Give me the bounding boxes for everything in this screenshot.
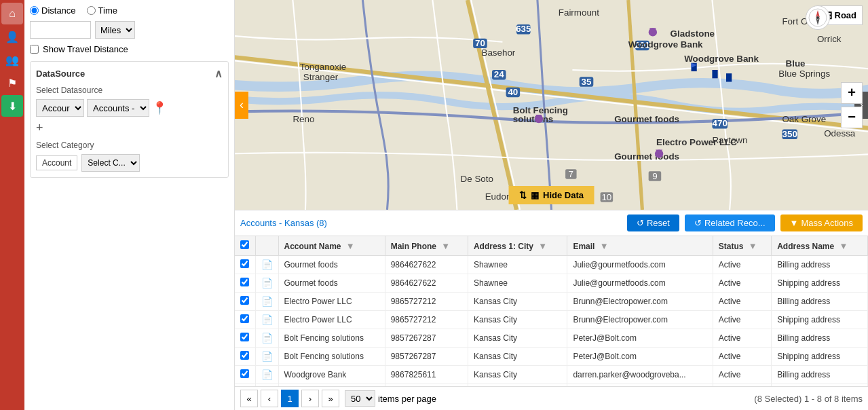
row-city: Kansas City [468, 329, 567, 348]
row-checkbox-5[interactable] [240, 351, 249, 360]
map-compass-btn[interactable] [806, 5, 830, 30]
select-all-checkbox[interactable] [240, 240, 249, 249]
header-address-name[interactable]: Address Name ▼ [772, 236, 868, 256]
datasource-collapse-btn[interactable]: ∧ [214, 67, 223, 80]
row-address-name: Billing address [772, 329, 868, 348]
row-account-name[interactable]: Bolt Fencing solutions [278, 329, 385, 348]
row-status: Active [713, 256, 771, 274]
row-checkbox-cell [235, 366, 255, 384]
zoom-out-btn[interactable]: − [841, 107, 863, 128]
row-checkbox-cell [235, 348, 255, 366]
header-account-name[interactable]: Account Name ▼ [278, 236, 385, 256]
row-record-icon[interactable]: 📄 [261, 333, 273, 343]
row-checkbox-3[interactable] [240, 314, 249, 323]
row-account-name[interactable]: Gourmet foods [278, 256, 385, 274]
sort-address-name-icon: ▼ [839, 241, 848, 251]
svg-text:Oak Grove: Oak Grove [782, 114, 826, 124]
header-main-phone[interactable]: Main Phone ▼ [385, 236, 468, 256]
header-status[interactable]: Status ▼ [713, 236, 771, 256]
table-header-row: Account Name ▼ Main Phone ▼ Address 1: C… [235, 236, 868, 256]
row-record-icon[interactable]: 📄 [261, 314, 273, 325]
account-type-select[interactable]: Accour [36, 99, 84, 117]
time-radio[interactable] [87, 6, 96, 15]
row-city: Kansas City [468, 348, 567, 366]
first-page-btn[interactable]: « [240, 390, 258, 407]
table-row: 📄 Bolt Fencing solutions 9857267287 Kans… [235, 348, 868, 366]
time-radio-label[interactable]: Time [87, 5, 117, 16]
reset-label: Reset [647, 218, 670, 228]
icon-sidebar: ⌂ 👤 👥 ⚑ ⬇ [0, 0, 24, 410]
svg-text:Gourmet foods: Gourmet foods [614, 114, 679, 124]
row-record-icon[interactable]: 📄 [261, 278, 273, 288]
row-account-name[interactable]: Electro Power LLC [278, 293, 385, 311]
last-page-btn[interactable]: » [322, 390, 339, 407]
row-checkbox-6[interactable] [240, 369, 249, 378]
row-checkbox-2[interactable] [240, 296, 249, 305]
zoom-in-btn[interactable]: + [841, 82, 863, 104]
items-per-page-select[interactable]: 50 [345, 390, 375, 407]
person-icon-btn[interactable]: 👤 [1, 26, 23, 48]
prev-page-btn[interactable]: ‹ [261, 390, 278, 407]
table-row: 📄 Gourmet foods 9864627622 Shawnee Julie… [235, 274, 868, 293]
map-container: 70 35 291 635 24 40 470 350 7 10 [235, 0, 868, 210]
header-city[interactable]: Address 1: City ▼ [468, 236, 567, 256]
row-checkbox-0[interactable] [240, 259, 249, 268]
flag-icon-btn[interactable]: ⚑ [1, 72, 23, 94]
table-row: 📄 Electro Power LLC 9865727212 Kansas Ci… [235, 293, 868, 311]
add-datasource-btn[interactable]: + [36, 121, 43, 135]
row-account-name[interactable]: Bolt Fencing solutions [278, 348, 385, 366]
items-label: items per page [378, 394, 436, 404]
row-checkbox-cell [235, 311, 255, 329]
row-checkbox-1[interactable] [240, 278, 249, 286]
row-checkbox-cell [235, 293, 255, 311]
download-icon-btn[interactable]: ⬇ [1, 95, 23, 117]
row-checkbox-cell [235, 256, 255, 274]
results-label: Accounts - Kansas (8) [240, 218, 622, 228]
account-category-label: Account [36, 155, 77, 170]
next-page-btn[interactable]: › [301, 390, 319, 407]
page-1-btn[interactable]: 1 [281, 390, 299, 407]
related-records-btn[interactable]: ↺ Related Reco... [685, 215, 775, 231]
row-address-name: Billing address [772, 256, 868, 274]
map-nav-left-btn[interactable]: ‹ [235, 92, 248, 119]
distance-radio[interactable] [30, 6, 39, 15]
hide-data-btn[interactable]: ⇅ ▦ Hide Data [508, 186, 595, 204]
distance-radio-label[interactable]: Distance [30, 5, 76, 16]
sort-main-phone-icon: ▼ [441, 241, 450, 251]
mass-icon: ▼ [790, 218, 799, 228]
related-label: Related Reco... [704, 218, 766, 228]
bottom-toolbar: Accounts - Kansas (8) ↺ Reset ↺ Related … [235, 210, 868, 236]
row-record-icon[interactable]: 📄 [261, 351, 273, 362]
header-email[interactable]: Email ▼ [567, 236, 713, 256]
pin-icon[interactable]: 📍 [152, 100, 167, 115]
distance-input[interactable] [30, 21, 91, 39]
data-table-wrap: Account Name ▼ Main Phone ▼ Address 1: C… [235, 236, 868, 386]
select-datasource-label: Select Datasource [36, 86, 223, 95]
travel-distance-checkbox[interactable] [30, 45, 39, 54]
datasource-header: DataSource ∧ [36, 67, 223, 80]
sort-account-name-icon: ▼ [346, 241, 355, 251]
row-account-name[interactable]: Woodgrove Bank [278, 366, 385, 384]
hide-data-label: Hide Data [543, 190, 584, 200]
row-account-name[interactable]: Gourmet foods [278, 274, 385, 293]
datasource-section: DataSource ∧ Select Datasource Accour Ac… [30, 61, 229, 178]
row-status: Active [713, 366, 771, 384]
category-select[interactable]: Select C... [81, 154, 140, 172]
row-record-icon[interactable]: 📄 [261, 369, 273, 380]
grid-icon: ▦ [531, 190, 539, 200]
miles-select[interactable]: Miles [95, 21, 135, 39]
home-icon-btn[interactable]: ⌂ [1, 3, 23, 24]
group-icon-btn[interactable]: 👥 [1, 49, 23, 71]
accounts-select[interactable]: Accounts - [87, 99, 149, 117]
row-status: Active [713, 329, 771, 348]
svg-text:Woodgrove Bank: Woodgrove Bank [684, 54, 759, 64]
row-account-name[interactable]: Electro Power LLC [278, 311, 385, 329]
items-per-page: 50 items per page [345, 390, 436, 407]
row-checkbox-4[interactable] [240, 333, 249, 341]
row-record-icon[interactable]: 📄 [261, 259, 273, 270]
table-row: 📄 Bolt Fencing solutions 9857267287 Kans… [235, 329, 868, 348]
row-record-icon[interactable]: 📄 [261, 296, 273, 307]
row-address-name: Shipping address [772, 274, 868, 293]
reset-btn[interactable]: ↺ Reset [627, 215, 679, 231]
mass-actions-btn[interactable]: ▼ Mass Actions [780, 215, 863, 231]
